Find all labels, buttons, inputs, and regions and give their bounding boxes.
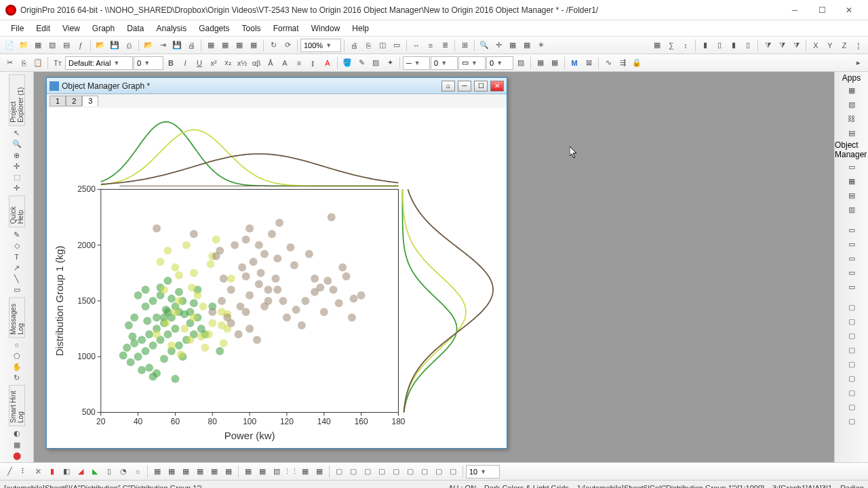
symbol-size-combo[interactable]: 0▼ (486, 56, 513, 70)
apps-icon[interactable]: ▦ (845, 83, 859, 97)
merge-icon[interactable]: ⊞ (458, 39, 471, 52)
tmpl8-icon[interactable]: ▢ (432, 465, 446, 479)
tmpl6-icon[interactable]: ▢ (403, 465, 417, 479)
sort-icon[interactable]: ↕ (679, 39, 692, 52)
stat2-icon[interactable]: ▦ (256, 465, 269, 479)
r4-icon[interactable]: ▭ (845, 160, 859, 174)
pattern-button[interactable]: ▨ (369, 56, 382, 70)
tmpl5-icon[interactable]: ▢ (389, 465, 403, 479)
duplicate-icon[interactable]: ⎘ (361, 39, 375, 52)
fill-color-button[interactable]: 🪣 (340, 56, 354, 70)
data-reader-icon[interactable]: ✛ (492, 39, 505, 52)
graph-tab-1[interactable]: 1 (50, 96, 66, 106)
hand-tool-icon[interactable]: ✋ (10, 362, 24, 372)
column-plot-icon[interactable]: ▮ (45, 465, 59, 479)
reader-tool-icon[interactable]: ✢ (10, 161, 24, 171)
graph-minimize-button[interactable]: ─ (458, 81, 471, 92)
tmpl2-icon[interactable]: ▢ (347, 465, 360, 479)
r3-icon[interactable]: ▤ (845, 126, 859, 140)
graph-titlebar[interactable]: Object Manager Graph * ⌂ ─ ☐ ✕ (47, 78, 507, 94)
tmpl4-icon[interactable]: ▢ (375, 465, 389, 479)
graph-home-button[interactable]: ⌂ (441, 81, 455, 92)
slide-show-icon[interactable]: ▭ (390, 39, 403, 52)
graph-maximize-button[interactable]: ☐ (474, 81, 488, 92)
tmpl9-icon[interactable]: ▢ (446, 465, 460, 479)
3d6-icon[interactable]: ▦ (222, 465, 235, 479)
3d5-icon[interactable]: ▦ (208, 465, 221, 479)
r6-icon[interactable]: ▤ (845, 188, 859, 202)
3d3-icon[interactable]: ▦ (179, 465, 193, 479)
menu-file[interactable]: File (5, 22, 29, 35)
rescale-icon[interactable]: ↔ (410, 39, 423, 52)
col-bar2-icon[interactable]: ▯ (713, 39, 726, 52)
menu-help[interactable]: Help (347, 22, 374, 35)
bottom-size-combo[interactable]: 10▼ (466, 465, 500, 479)
batch-icon[interactable]: ▦ (247, 39, 260, 52)
import-ascii-icon[interactable]: ▦ (204, 39, 218, 52)
panel-apps[interactable]: Apps (842, 73, 861, 83)
grid-button[interactable]: ▦ (534, 56, 547, 70)
hatch-button[interactable]: ▨ (514, 56, 528, 70)
set-none-icon[interactable]: ¦ (852, 39, 865, 52)
col-bar4-icon[interactable]: ▯ (741, 39, 755, 52)
line-color-button[interactable]: ✎ (355, 56, 368, 70)
minimize-button[interactable]: ─ (781, 2, 808, 18)
filter-icon[interactable]: ⧩ (761, 39, 774, 52)
area-plot-icon[interactable]: ◢ (74, 465, 87, 479)
panel-smart-hint[interactable]: Smart Hint Log (9, 385, 25, 426)
font-combo[interactable]: Default: Arial▼ (65, 56, 133, 70)
light-icon[interactable]: ☀ (534, 39, 548, 52)
overflow-button[interactable]: ▸ (852, 56, 865, 70)
size-combo[interactable]: 0▼ (134, 56, 163, 70)
open-icon[interactable]: 📂 (94, 39, 107, 52)
stat5-icon[interactable]: ▦ (298, 465, 312, 479)
rect-tool-icon[interactable]: ▭ (10, 285, 24, 295)
zoom-combo[interactable]: 100%▼ (300, 39, 341, 52)
pan-tool-icon[interactable]: ⊕ (10, 150, 24, 160)
r7-icon[interactable]: ▥ (845, 203, 859, 216)
bubble-plot-icon[interactable]: ○ (131, 465, 144, 479)
region-tool-icon[interactable]: ◇ (10, 241, 24, 251)
menu-tools[interactable]: Tools (237, 22, 267, 35)
set-y-icon[interactable]: Y (823, 39, 837, 52)
italic-button[interactable]: I (178, 56, 192, 70)
tmpl1-icon[interactable]: ▢ (332, 465, 346, 479)
col-bar3-icon[interactable]: ▮ (727, 39, 741, 52)
maximize-button[interactable]: ☐ (808, 2, 835, 18)
r14-icon[interactable]: ▢ (845, 314, 859, 328)
panel-quick-help[interactable]: Quick Help (9, 195, 25, 227)
stat6-icon[interactable]: ▦ (313, 465, 326, 479)
new-folder-icon[interactable]: 📁 (17, 39, 31, 52)
r18-icon[interactable]: ▢ (845, 371, 859, 385)
menu-data[interactable]: Data (121, 22, 149, 35)
font-color-button[interactable]: A (321, 56, 334, 70)
superscript-button[interactable]: x² (207, 56, 220, 70)
grid2-button[interactable]: ▦ (548, 56, 561, 70)
subscript-button[interactable]: x₂ (221, 56, 235, 70)
rotate-tool-icon[interactable]: ↻ (10, 373, 24, 383)
new-layout-icon[interactable]: ◫ (376, 39, 389, 52)
underline-button[interactable]: U (193, 56, 206, 70)
recalc-icon[interactable]: ↻ (267, 39, 280, 52)
line-tool-icon[interactable]: ╲ (10, 274, 24, 284)
light2-button[interactable]: ✦ (383, 56, 397, 70)
increase-font-button[interactable]: Å (264, 56, 277, 70)
add-layer-icon[interactable]: ≡ (424, 39, 437, 52)
menu-window[interactable]: Window (306, 22, 346, 35)
menu-edit[interactable]: Edit (31, 22, 56, 35)
menu-analysis[interactable]: Analysis (151, 22, 193, 35)
refresh-icon[interactable]: ⟳ (281, 39, 294, 52)
line-plot-icon[interactable]: ╱ (3, 465, 16, 479)
mask-tool-icon[interactable]: ◐ (10, 428, 24, 439)
date-icon[interactable]: ▦ (520, 39, 534, 52)
supersub-button[interactable]: x½ (235, 56, 249, 70)
col-bar-icon[interactable]: ▮ (698, 39, 712, 52)
graph-tab-3[interactable]: 3 (82, 96, 98, 106)
r13-icon[interactable]: ▢ (845, 300, 859, 314)
screen-reader-icon[interactable]: ▦ (506, 39, 519, 52)
r9-icon[interactable]: ▭ (845, 237, 859, 251)
r1-icon[interactable]: ▧ (845, 98, 859, 111)
graph-canvas[interactable]: 2040608010012014016018050010001500200025… (47, 108, 507, 447)
3d1-icon[interactable]: ▦ (151, 465, 164, 479)
stat1-icon[interactable]: ▦ (241, 465, 255, 479)
